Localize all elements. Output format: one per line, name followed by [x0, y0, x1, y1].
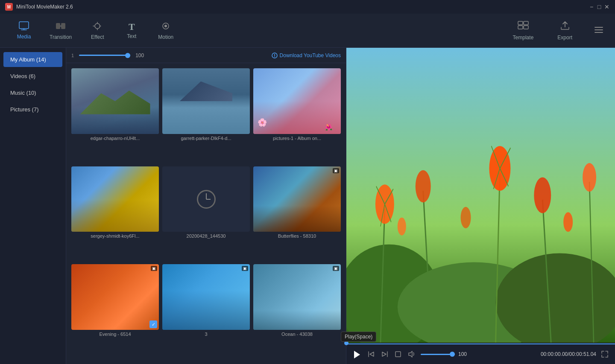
zoom-value: 100: [135, 52, 144, 58]
media-label-3: pictures-1 - Album on...: [253, 136, 341, 141]
volume-number: 100: [458, 351, 470, 357]
media-item-5[interactable]: 20200428_144530: [162, 166, 250, 261]
toolbar-template[interactable]: Template: [506, 17, 541, 44]
media-thumb-5: [162, 166, 250, 232]
zoom-slider[interactable]: [79, 55, 130, 56]
media-thumb-9: ▣: [253, 264, 341, 330]
media-item-2[interactable]: garrett-parker-DlkF4-d...: [162, 68, 250, 163]
left-panel: My Album (14) Videos (6) Music (10) Pict…: [0, 48, 66, 364]
svg-rect-8: [518, 26, 523, 29]
media-label-2: garrett-parker-DlkF4-d...: [162, 136, 250, 141]
media-item-6[interactable]: ▣ Butterflies - 58310: [253, 166, 341, 261]
template-icon: [518, 21, 529, 33]
template-label: Template: [513, 35, 534, 41]
sidebar-item-my-album[interactable]: My Album (14): [3, 52, 62, 67]
video-badge-7: ▣: [151, 266, 157, 271]
titlebar: M MiniTool MovieMaker 2.6 − □ ✕: [0, 0, 615, 14]
step-back-button[interactable]: [366, 349, 376, 359]
media-item-3[interactable]: 🌸 🌺 pictures-1 - Album on...: [253, 68, 341, 163]
media-label-8: 3: [162, 332, 250, 337]
export-icon: [560, 21, 570, 33]
minimize-button[interactable]: −: [589, 4, 594, 10]
svg-point-27: [563, 212, 573, 232]
toolbar-effect[interactable]: Effect: [80, 18, 114, 44]
svg-point-23: [534, 178, 551, 213]
svg-point-21: [416, 170, 431, 202]
sidebar-item-videos-label: Videos (6): [10, 73, 35, 79]
zoom-min-label: 1: [71, 53, 74, 58]
maximize-button[interactable]: □: [596, 4, 602, 10]
processing-clock-icon: [197, 190, 216, 209]
toolbar-export[interactable]: Export: [551, 17, 579, 44]
volume-button[interactable]: [406, 349, 417, 359]
toolbar-motion[interactable]: Motion: [149, 18, 183, 44]
media-item-1[interactable]: edgar-chaparro-nUHlt...: [71, 68, 159, 163]
media-label-4: sergey-shmidt-koy6Fl...: [71, 233, 159, 239]
titlebar-left: M MiniTool MovieMaker 2.6: [5, 3, 73, 11]
app-icon: M: [5, 3, 13, 11]
motion-icon: [161, 21, 171, 32]
svg-rect-2: [61, 23, 65, 29]
timecode: 00:00:00.00/00:00:51.04: [541, 351, 596, 357]
svg-point-25: [398, 218, 406, 236]
svg-rect-9: [524, 26, 528, 29]
media-label-1: edgar-chaparro-nUHlt...: [71, 136, 159, 141]
svg-rect-7: [524, 21, 528, 25]
toolbar-transition[interactable]: Transition: [41, 18, 80, 44]
download-youtube-link[interactable]: Download YouTube Videos: [271, 52, 341, 58]
preview-controls: 100 00:00:00.00/00:00:51.04: [346, 344, 615, 364]
volume-slider[interactable]: [421, 354, 455, 355]
play-button[interactable]: [351, 348, 363, 360]
play-tooltip: Play(Space): [341, 332, 376, 342]
media-grid: edgar-chaparro-nUHlt... garrett-parker-D…: [66, 63, 346, 364]
media-label-9: Ocean - 43038: [253, 332, 341, 337]
media-label-6: Butterflies - 58310: [253, 233, 341, 239]
media-thumb-2: [162, 68, 250, 134]
svg-point-26: [461, 207, 471, 228]
export-label: Export: [557, 35, 572, 41]
svg-rect-6: [518, 21, 523, 25]
app-title: MiniTool MovieMaker 2.6: [16, 4, 73, 10]
video-badge-9: ▣: [333, 266, 339, 271]
sidebar-item-music[interactable]: Music (10): [3, 85, 62, 100]
stop-button[interactable]: [393, 349, 403, 359]
media-item-8[interactable]: ▣ 3: [162, 264, 250, 359]
sidebar-item-pictures[interactable]: Pictures (7): [3, 102, 62, 117]
transition-label: Transition: [50, 34, 72, 40]
sidebar-item-videos[interactable]: Videos (6): [3, 69, 62, 84]
play-tooltip-text: Play(Space): [345, 334, 372, 340]
media-thumb-6: ▣: [253, 166, 341, 232]
svg-point-5: [164, 25, 167, 27]
text-icon: T: [129, 22, 135, 32]
sidebar-item-pictures-label: Pictures (7): [10, 106, 38, 113]
preview-video: [346, 48, 615, 343]
preview-progress-bar-wrap: [346, 343, 615, 344]
fullscreen-button[interactable]: [600, 349, 610, 359]
effect-icon: [92, 21, 102, 32]
svg-rect-1: [56, 23, 60, 29]
titlebar-controls: − □ ✕: [589, 4, 610, 10]
media-item-9[interactable]: ▣ Ocean - 43038: [253, 264, 341, 359]
motion-label: Motion: [158, 34, 173, 40]
media-item-4[interactable]: sergey-shmidt-koy6Fl...: [71, 166, 159, 261]
media-label-7: Evening - 6514: [71, 332, 159, 337]
toolbar-text[interactable]: T Text: [114, 19, 149, 43]
effect-label: Effect: [91, 34, 104, 40]
media-thumb-1: [71, 68, 159, 134]
media-thumb-7: ▣ ✓: [71, 264, 159, 330]
step-forward-button[interactable]: [380, 349, 390, 359]
app-icon-letter: M: [7, 5, 11, 9]
media-panel: 1 100 Download YouTube Videos edgar-chap…: [66, 48, 346, 364]
toolbar-media[interactable]: Media: [7, 18, 41, 43]
media-icon: [19, 21, 29, 32]
sidebar-item-my-album-label: My Album (14): [10, 56, 46, 63]
toolbar: Media Transition Effect T Text Motion Te…: [0, 14, 615, 48]
svg-rect-0: [19, 22, 29, 29]
media-item-7[interactable]: ▣ ✓ Evening - 6514: [71, 264, 159, 359]
close-button[interactable]: ✕: [604, 4, 610, 10]
video-badge-6: ▣: [333, 168, 339, 173]
text-label: Text: [127, 33, 136, 39]
media-thumb-3: 🌸 🌺: [253, 68, 341, 134]
menu-button[interactable]: [589, 23, 608, 38]
media-label: Media: [17, 34, 31, 40]
